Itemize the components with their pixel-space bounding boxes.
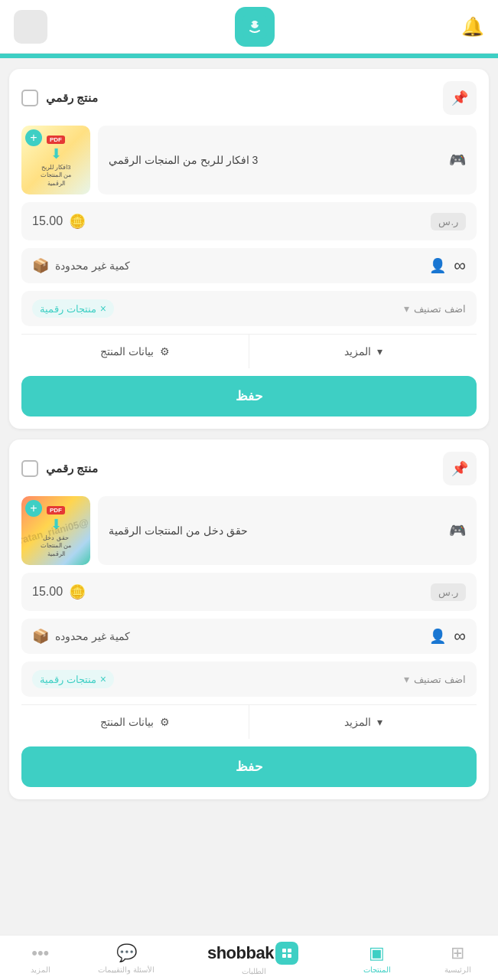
product-row: 🎮 3 افكار للربح من المنجات الرقمي + PDF … xyxy=(21,126,477,194)
nav-item-qa[interactable]: 💬 الأسئلة والتقييمات xyxy=(98,943,155,974)
more-icon: ••• xyxy=(31,943,49,963)
more-label: المزيد xyxy=(344,345,371,358)
remove-tag-button-2[interactable]: × xyxy=(100,673,106,685)
avatar[interactable] xyxy=(14,10,47,44)
more-label-2: المزيد xyxy=(344,716,371,728)
save-button-2[interactable]: حفظ xyxy=(21,746,477,787)
pdf-badge: PDF xyxy=(47,136,65,144)
tag-label: منتجات رقمية xyxy=(40,303,96,315)
product-row-2: 🎮 حقق دخل من المنتجات الرقمية + PDF ⬇ حق… xyxy=(21,496,477,565)
tag-right-2: × منتجات رقمية xyxy=(32,670,114,688)
currency-label-2[interactable]: ر.س xyxy=(431,583,466,601)
price-value-2[interactable]: 15.00 xyxy=(32,585,63,599)
tag-right: × منتجات رقمية xyxy=(32,299,114,318)
qty-right-2: كمية غير محدوده 📦 xyxy=(32,628,130,645)
home-icon: ⊞ xyxy=(451,943,464,963)
app-logo xyxy=(235,7,275,47)
product-checkbox[interactable] xyxy=(21,90,38,106)
svg-point-2 xyxy=(250,22,252,24)
box-icon: 📦 xyxy=(32,257,49,274)
price-value[interactable]: 15.00 xyxy=(32,214,63,228)
pin-button-2[interactable]: 📌 xyxy=(443,452,477,485)
product-card-1: 📌 منتج رقمي 🎮 3 افكار للربح من المنجات ا… xyxy=(9,69,489,429)
coin-icon: 🪙 xyxy=(69,213,86,230)
nav-item-more[interactable]: ••• المزيد xyxy=(18,943,63,974)
svg-rect-7 xyxy=(282,954,286,958)
nav-item-orders[interactable]: shobbak الطلبات xyxy=(189,942,319,975)
product-image-text-2: حقق دخل من المنتجات الرقمية xyxy=(37,533,74,560)
quantity-label: كمية غير محدودة xyxy=(55,260,130,272)
card-top-right-2: 📌 xyxy=(443,452,477,485)
product-card-2: 📌 منتج رقمي 🎮 حقق دخل من المنتجات الرقمي… xyxy=(9,439,489,799)
save-button-1[interactable]: حفظ xyxy=(21,376,477,416)
product-name-text-2: حقق دخل من المنتجات الرقمية xyxy=(109,524,248,537)
svg-rect-5 xyxy=(282,949,286,952)
card-top-row-2: 📌 منتج رقمي xyxy=(21,452,477,485)
nav-item-home[interactable]: ⊞ الرئيسية xyxy=(435,943,480,974)
sliders-icon-2: ⚙ xyxy=(160,716,170,728)
person-icon: 👤 xyxy=(429,257,446,274)
qa-icon: 💬 xyxy=(116,943,137,963)
tag-badge-2[interactable]: × منتجات رقمية xyxy=(32,670,114,688)
header: 🔔 xyxy=(0,0,498,54)
add-tag-label: اضف تصنيف xyxy=(414,303,466,315)
person-icon-2: 👤 xyxy=(429,628,446,645)
chevron-down-icon: ▾ xyxy=(404,302,409,315)
qa-label: الأسئلة والتقييمات xyxy=(98,965,155,974)
svg-point-3 xyxy=(256,22,259,24)
more-button[interactable]: ▾ المزيد xyxy=(249,335,477,368)
pin-button[interactable]: 📌 xyxy=(443,81,477,115)
tag-label-2: منتجات رقمية xyxy=(40,674,96,685)
infinity-icon-2: ∞ xyxy=(454,626,466,646)
product-image-2[interactable]: + PDF ⬇ حقق دخل من المنتجات الرقمية 1.5 … xyxy=(21,496,90,565)
product-checkbox-2[interactable] xyxy=(21,460,38,477)
add-tag-left[interactable]: اضف تصنيف ▾ xyxy=(404,302,466,315)
quantity-row-1: ∞ 👤 كمية غير محدودة 📦 xyxy=(21,248,477,283)
card-top-right: 📌 xyxy=(443,81,477,115)
chevron-down-icon: ▾ xyxy=(377,345,382,358)
orders-label: الطلبات xyxy=(242,967,266,975)
home-label: الرئيسية xyxy=(444,965,471,974)
price-row-1: ر.س 🪙 15.00 xyxy=(21,202,477,240)
add-tag-left-2[interactable]: اضف تصنيف ▾ xyxy=(404,673,466,685)
product-name-text: 3 افكار للربح من المنجات الرقمي xyxy=(109,154,258,166)
card-bottom-row-2: ▾ المزيد ⚙ بيانات المنتج xyxy=(21,704,477,739)
card-title: منتج رقمي xyxy=(46,91,98,105)
shobbak-brand: shobbak xyxy=(207,942,301,965)
more-button-2[interactable]: ▾ المزيد xyxy=(249,705,477,739)
svg-rect-8 xyxy=(288,954,291,958)
box-icon-2: 📦 xyxy=(32,628,49,645)
remove-tag-button[interactable]: × xyxy=(100,302,106,315)
svg-rect-4 xyxy=(279,946,295,961)
product-data-button-2[interactable]: ⚙ بيانات المنتج xyxy=(21,705,249,739)
chevron-down-icon-3: ▾ xyxy=(377,716,382,728)
product-data-button[interactable]: ⚙ بيانات المنتج xyxy=(21,335,249,368)
more-nav-label: المزيد xyxy=(31,965,50,974)
qty-left: ∞ 👤 xyxy=(429,256,466,276)
game-icon: 🎮 xyxy=(449,152,466,168)
infinity-icon: ∞ xyxy=(454,256,466,276)
product-data-label: بيانات المنتج xyxy=(100,345,154,358)
add-image-button-2[interactable]: + xyxy=(25,500,42,517)
card-bottom-row-1: ▾ المزيد ⚙ بيانات المنتج xyxy=(21,334,477,368)
product-image-text-1: 3افكار للربح من المنتجات الرقمية xyxy=(37,162,74,189)
price-row-2: ر.س 🪙 15.00 xyxy=(21,573,477,611)
sliders-icon: ⚙ xyxy=(160,345,170,358)
add-image-button[interactable]: + xyxy=(25,129,42,146)
product-name-field[interactable]: 🎮 3 افكار للربح من المنجات الرقمي xyxy=(98,126,477,194)
currency-label[interactable]: ر.س xyxy=(431,213,466,230)
card-top-row: 📌 منتج رقمي xyxy=(21,81,477,115)
shobbak-logo-icon xyxy=(275,942,298,965)
product-name-field-2[interactable]: 🎮 حقق دخل من المنتجات الرقمية xyxy=(98,496,477,565)
quantity-row-2: ∞ 👤 كمية غير محدوده 📦 xyxy=(21,619,477,654)
products-label: المنتجات xyxy=(363,965,391,974)
shobbak-text: shobbak xyxy=(207,943,274,963)
game-icon-2: 🎮 xyxy=(449,522,466,539)
pdf-badge-2: PDF xyxy=(47,506,65,514)
nav-item-products[interactable]: ▣ المنتجات xyxy=(354,943,400,974)
tag-badge[interactable]: × منتجات رقمية xyxy=(32,299,114,318)
tag-row-2: اضف تصنيف ▾ × منتجات رقمية xyxy=(21,662,477,697)
bell-icon[interactable]: 🔔 xyxy=(461,16,484,38)
product-image-1[interactable]: + PDF ⬇ 3افكار للربح من المنتجات الرقمية xyxy=(21,126,90,194)
product-data-label-2: بيانات المنتج xyxy=(100,716,154,728)
